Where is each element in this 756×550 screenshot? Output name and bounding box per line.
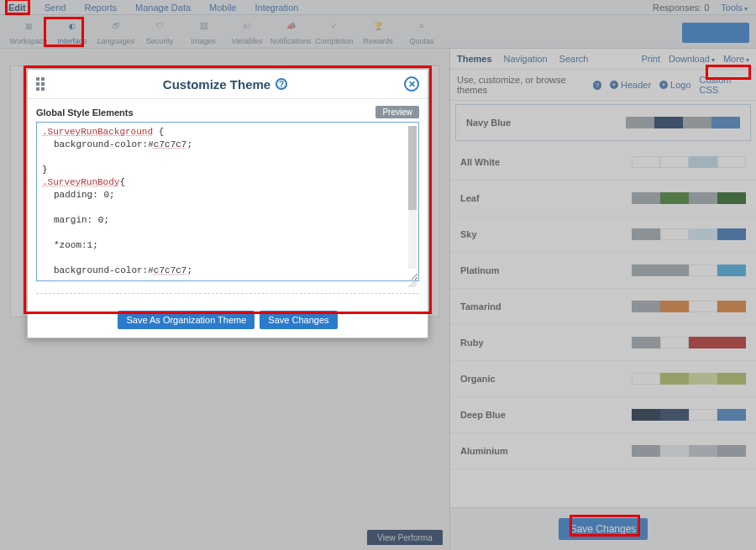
- preview-button[interactable]: Preview: [375, 106, 419, 118]
- save-as-org-theme-button[interactable]: Save As Organization Theme: [118, 311, 255, 329]
- resize-handle[interactable]: [36, 281, 419, 288]
- css-editor[interactable]: .SurveyRunBackground {background-color:#…: [36, 122, 419, 281]
- dialog-title: Customize Theme?: [46, 77, 404, 92]
- help-icon[interactable]: ?: [276, 78, 287, 90]
- drag-handle-icon[interactable]: [36, 77, 46, 91]
- customize-theme-dialog: Customize Theme? ✕ Global Style Elements…: [27, 69, 428, 338]
- global-style-label: Global Style Elements: [36, 107, 134, 118]
- dialog-save-changes-button[interactable]: Save Changes: [260, 311, 337, 329]
- close-button[interactable]: ✕: [404, 76, 419, 92]
- scrollbar-thumb[interactable]: [408, 126, 417, 210]
